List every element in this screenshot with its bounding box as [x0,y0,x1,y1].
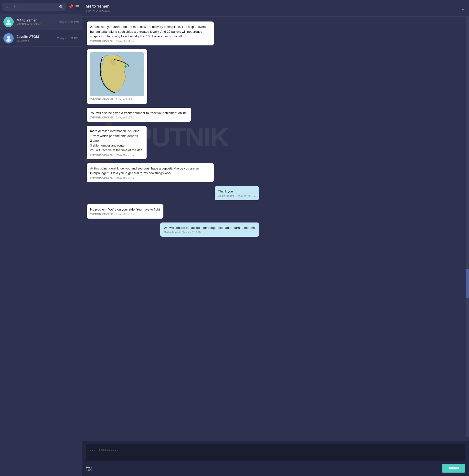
message-meta-msg3: УКРАИНА ОРУЖИЕ Today at 5:13 PM [90,116,188,119]
chat-list: M4 to Yemen УКРАИНА ОРУЖИЕ Today at 1:34… [0,14,82,476]
message-bubble-msg6: Thank you 3ladin_houthi Today at 7:06 PM [215,186,259,200]
svg-point-3 [6,39,11,42]
sender-msg8: 3ladin_houthi [164,231,180,234]
message-bubble-msg3: You will also be given a tracker number … [87,108,191,122]
message-bubble-msg2: УКРАИНА ОРУЖИЕ Today at 5:11 PM [87,49,147,104]
input-bottom: 📷 Submit [86,464,264,473]
message-input[interactable] [86,444,264,461]
search-icon[interactable]: 🔍 [59,5,64,9]
messages-area: 2. I showed you further on the map how t… [82,16,264,437]
chat-time-javelin: Today at 1:27 PM [57,37,78,40]
time-msg4: Today at 5:15 PM [116,154,134,156]
message-text-msg1: 2. I showed you further on the map how t… [90,24,210,39]
sidebar: 🔍 📌 ☰ M4 to Yemen УКРАИНА ОРУЖИЕ Today a… [0,0,82,476]
time-msg2: Today at 5:11 PM [116,98,134,101]
sender-msg5: УКРАИНА ОРУЖИЕ [90,177,113,179]
message-bubble-msg5: At this point I don't know you and you d… [87,163,214,182]
message-meta-msg5: УКРАИНА ОРУЖИЕ Today at 5:16 PM [90,177,210,179]
chat-sub-m4: УКРАИНА ОРУЖИЕ [17,23,54,26]
messages-wrapper: 2. I showed you further on the map how t… [87,21,259,241]
time-msg3: Today at 5:13 PM [116,116,134,119]
message-text-msg6: Thank you [218,189,255,194]
sender-msg3: УКРАИНА ОРУЖИЕ [90,116,113,119]
map-image [90,52,144,96]
chat-time-m4: Today at 1:34 PM [57,20,78,23]
search-bar: 🔍 📌 ☰ [0,0,82,14]
message-bubble-msg4: more detailed information including: 1 f… [87,126,147,159]
time-msg7: Today at 7:10 PM [116,213,134,216]
time-msg1: Today at 5:11 PM [116,40,134,43]
message-text-msg8: We will confirm the account for cooperat… [164,225,255,230]
message-text-msg4: more detailed information including: 1 f… [90,129,143,153]
sender-msg7: УКРАИНА ОРУЖИЕ [90,213,113,216]
message-meta-msg4: УКРАИНА ОРУЖИЕ Today at 5:15 PM [90,154,143,156]
chat-item-javelin[interactable]: Javelin ATGM darkse666 Today at 1:27 PM [0,30,82,47]
camera-icon[interactable]: 📷 [86,465,92,471]
header-title: M4 to Yemen УКРАИНА ОРУЖИЕ [86,4,111,13]
avatar-javelin [3,33,14,44]
header-chat-sub: УКРАИНА ОРУЖИЕ [86,9,111,13]
sender-msg2: УКРАИНА ОРУЖИЕ [90,98,113,101]
search-input-wrap: 🔍 [2,3,66,11]
svg-point-2 [7,36,10,39]
sender-msg1: УКРАИНА ОРУЖИЕ [90,40,113,43]
header-chat-name: M4 to Yemen [86,4,111,9]
message-meta-msg1: УКРАИНА ОРУЖИЕ Today at 5:11 PM [90,40,210,43]
chat-header: M4 to Yemen УКРАИНА ОРУЖИЕ ⌄ [82,0,264,16]
message-bubble-msg8: We will confirm the account for cooperat… [160,223,259,237]
message-bubble-msg7: No problem. We're on your side. You have… [87,204,163,219]
chat-name-javelin: Javelin ATGM [17,35,54,39]
svg-point-1 [6,22,11,25]
avatar-m4 [3,17,14,27]
chat-sub-javelin: darkse666 [17,39,54,42]
time-msg8: Today at 7:13 PM [182,231,201,234]
message-text-msg3: You will also be given a tracker number … [90,111,188,115]
message-meta-msg8: 3ladin_houthi Today at 7:13 PM [164,231,255,234]
time-msg5: Today at 5:16 PM [116,177,134,179]
message-meta-msg2: УКРАИНА ОРУЖИЕ Today at 5:11 PM [90,98,144,101]
menu-icon[interactable]: ☰ [75,4,79,10]
sender-msg4: УКРАИНА ОРУЖИЕ [90,154,113,156]
search-input[interactable] [2,3,66,11]
chat-info-javelin: Javelin ATGM darkse666 [17,35,54,42]
edit-icon-m4[interactable]: ✏ [77,20,80,24]
message-bubble-msg1: 2. I showed you further on the map how t… [87,21,214,45]
time-msg6: Today at 7:06 PM [236,195,255,197]
message-text-msg7: No problem. We're on your side. You have… [90,207,160,212]
chat-name-m4: M4 to Yemen [17,18,54,22]
message-meta-msg6: 3ladin_houthi Today at 7:06 PM [218,195,255,197]
chat-item-m4-to-yemen[interactable]: M4 to Yemen УКРАИНА ОРУЖИЕ Today at 1:34… [0,14,82,30]
input-area: 📷 Submit [82,441,264,476]
chat-info-m4: M4 to Yemen УКРАИНА ОРУЖИЕ [17,18,54,26]
message-text-msg5: At this point I don't know you and you d… [90,166,210,176]
svg-point-0 [7,19,10,22]
toolbar-icons: 📌 ☰ [68,4,79,10]
pin-icon[interactable]: 📌 [68,4,73,10]
message-meta-msg7: УКРАИНА ОРУЖИЕ Today at 7:10 PM [90,213,160,216]
svg-point-5 [124,65,127,68]
sender-msg6: 3ladin_houthi [218,195,234,197]
